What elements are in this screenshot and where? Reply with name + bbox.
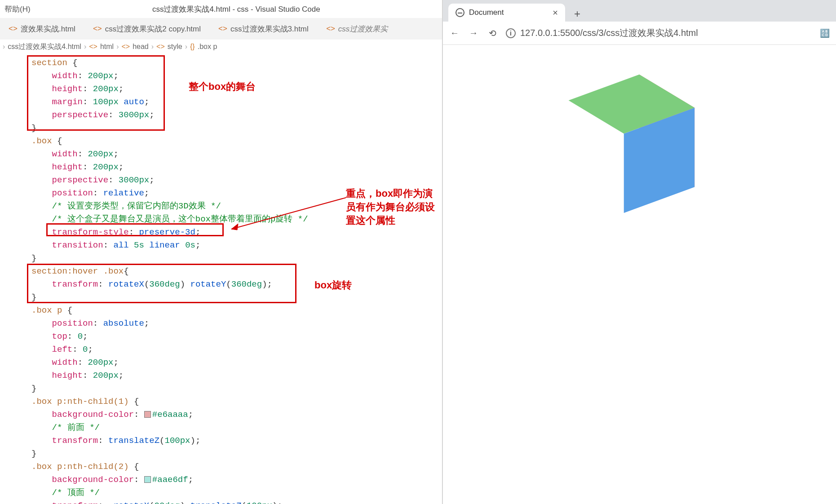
editor-tabs: <>渡效果实战.html <>css过渡效果实战2 copy.html <>cs…: [0, 18, 442, 40]
chevron-right-icon: ›: [116, 43, 119, 51]
globe-icon: [456, 8, 464, 17]
chevron-right-icon: ›: [185, 43, 187, 51]
vscode-window: 帮助(H) css过渡效果实战4.html - css - Visual Stu…: [0, 0, 442, 504]
editor-tab-3[interactable]: <>css过渡效果实: [318, 18, 397, 40]
code-editor[interactable]: section { width: 200px; height: 200px; m…: [0, 54, 442, 504]
annotation-text-1: 整个box的舞台: [189, 80, 256, 93]
url-text: 127.0.0.1:5500/css/3/css过渡效果实战4.html: [520, 27, 698, 39]
close-icon[interactable]: ×: [553, 8, 558, 18]
tab-label: css过渡效果实战3.html: [230, 24, 309, 34]
code-icon: <>: [219, 25, 227, 33]
chevron-right-icon: ›: [151, 43, 154, 51]
chrome-tab[interactable]: Document ×: [448, 4, 565, 22]
window-title: css过渡效果实战4.html - css - Visual Studio Co…: [31, 4, 442, 14]
color-swatch: [144, 411, 151, 418]
forward-button[interactable]: →: [468, 28, 479, 38]
code-icon: <>: [9, 25, 17, 33]
tab-label: css过渡效果实: [338, 24, 388, 34]
code-icon: <>: [121, 43, 130, 51]
translate-icon[interactable]: 🔠: [820, 28, 830, 38]
chrome-window: Document × + ← → ⟲ i 127.0.0.1:5500/css/…: [442, 0, 836, 504]
code-icon: <>: [89, 43, 97, 51]
rendered-page: [443, 45, 836, 504]
chevron-right-icon: ›: [84, 43, 86, 51]
crumb[interactable]: head: [133, 43, 149, 51]
chevron-right-icon: ›: [3, 43, 5, 51]
menu-help[interactable]: 帮助(H): [4, 4, 31, 14]
svg-line-0: [231, 198, 346, 229]
tab-label: css过渡效果实战2 copy.html: [105, 24, 201, 34]
editor-tab-1[interactable]: <>css过渡效果实战2 copy.html: [84, 18, 210, 40]
annotation-text-3: box旋转: [314, 279, 352, 292]
breadcrumb[interactable]: › css过渡效果实战4.html ›<> html ›<> head ›<> …: [0, 40, 442, 54]
chrome-tab-title: Document: [469, 8, 504, 17]
reload-button[interactable]: ⟲: [487, 28, 498, 39]
vscode-titlebar: 帮助(H) css过渡效果实战4.html - css - Visual Stu…: [0, 0, 442, 18]
code-icon: <>: [93, 25, 102, 33]
brace-icon: {}: [190, 43, 195, 51]
color-swatch: [144, 476, 151, 483]
crumb[interactable]: style: [168, 43, 182, 51]
annotation-arrow: [225, 193, 359, 238]
crumb[interactable]: .box p: [198, 43, 217, 51]
back-button[interactable]: ←: [449, 28, 460, 38]
tab-label: 渡效果实战.html: [21, 24, 75, 34]
css-cube: [596, 91, 667, 196]
editor-tab-0[interactable]: <>渡效果实战.html: [0, 18, 84, 40]
chrome-toolbar: ← → ⟲ i 127.0.0.1:5500/css/3/css过渡效果实战4.…: [443, 22, 836, 45]
crumb[interactable]: html: [100, 43, 114, 51]
crumb[interactable]: css过渡效果实战4.html: [8, 42, 81, 52]
chrome-tabstrip: Document × +: [443, 0, 836, 22]
code-icon: <>: [327, 25, 335, 33]
site-info-icon[interactable]: i: [506, 28, 516, 38]
editor-tab-2[interactable]: <>css过渡效果实战3.html: [210, 18, 318, 40]
annotation-text-2: 重点，box即作为演员有作为舞台必须设置这个属性: [346, 187, 442, 227]
address-bar[interactable]: i 127.0.0.1:5500/css/3/css过渡效果实战4.html: [506, 27, 812, 39]
code-icon: <>: [156, 43, 165, 51]
svg-marker-1: [231, 224, 238, 230]
new-tab-button[interactable]: +: [570, 6, 585, 22]
